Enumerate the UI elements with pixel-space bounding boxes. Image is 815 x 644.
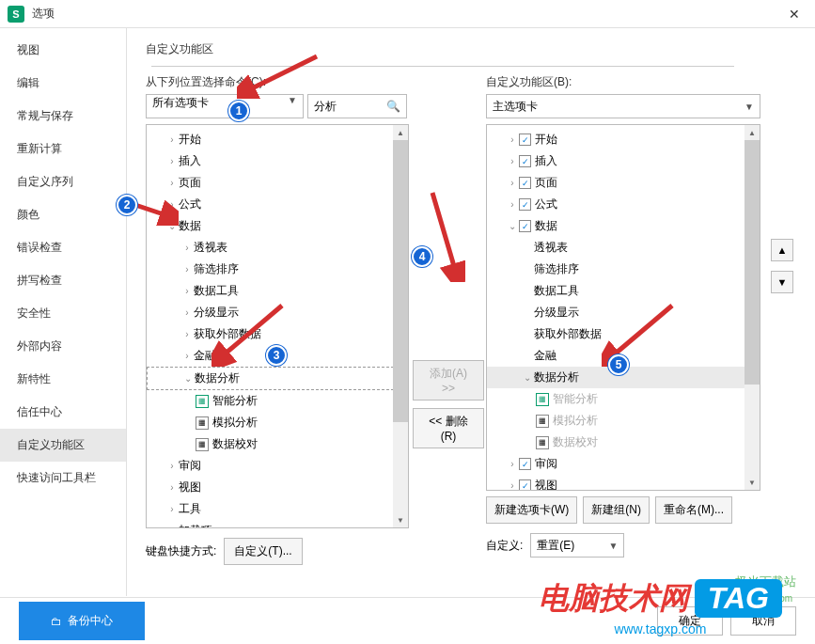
tree-item[interactable]: ▦数据校对: [147, 433, 408, 455]
add-button[interactable]: 添加(A) >>: [413, 360, 484, 401]
tree-item[interactable]: ›数据工具: [147, 280, 408, 302]
sidebar-item[interactable]: 快速访问工具栏: [0, 462, 126, 495]
leaf-icon: ▦: [196, 438, 209, 451]
tree-item[interactable]: ⌄数据: [147, 215, 408, 237]
remove-button[interactable]: << 删除(R): [413, 408, 484, 448]
tree-label: 视图: [179, 479, 201, 495]
tree-item[interactable]: ›视图: [147, 477, 408, 498]
sidebar-item[interactable]: 新特性: [0, 363, 126, 396]
tree-label: 视图: [535, 478, 557, 491]
checkbox[interactable]: ✓: [519, 479, 531, 491]
sidebar-item[interactable]: 编辑: [0, 67, 126, 100]
tree-item[interactable]: ›页面: [147, 172, 408, 194]
tree-item[interactable]: 数据工具: [487, 280, 760, 302]
checkbox[interactable]: ✓: [519, 134, 531, 146]
combo-value: 主选项卡: [493, 99, 538, 115]
tree-item[interactable]: ›✓开始: [487, 129, 760, 150]
annotation-arrow: [237, 52, 321, 99]
tree-item[interactable]: ›工具: [147, 498, 408, 520]
tree-item[interactable]: 透视表: [487, 237, 760, 259]
tree-item[interactable]: ›✓页面: [487, 172, 760, 194]
tree-item[interactable]: ›公式: [147, 194, 408, 215]
tree-item[interactable]: ▦模拟分析: [147, 412, 408, 433]
new-group-button[interactable]: 新建组(N): [583, 496, 650, 524]
tree-item[interactable]: ›筛选排序: [147, 259, 408, 280]
tree-item[interactable]: ›✓审阅: [487, 453, 760, 475]
sidebar-item[interactable]: 颜色: [0, 198, 126, 231]
checkbox[interactable]: ✓: [519, 458, 531, 470]
tree-label: 页面: [535, 175, 557, 191]
tree-item[interactable]: ▦智能分析: [147, 390, 408, 412]
scrollbar[interactable]: ▲ ▼: [744, 125, 760, 490]
search-box[interactable]: 🔍: [307, 94, 407, 118]
move-down-button[interactable]: ▼: [771, 271, 793, 293]
toggle-icon: ›: [180, 307, 194, 318]
leaf-icon: ▦: [196, 416, 209, 430]
tree-item[interactable]: ›审阅: [147, 455, 408, 477]
close-icon[interactable]: ✕: [781, 1, 807, 27]
main-area: 视图编辑常规与保存重新计算自定义序列颜色错误检查拼写检查安全性外部内容新特性信任…: [0, 28, 815, 596]
toggle-icon: ›: [506, 134, 519, 145]
tree-item[interactable]: ⌄数据分析: [147, 367, 408, 390]
svg-line-3: [432, 193, 456, 273]
toggle-icon: ›: [506, 459, 519, 469]
leaf-icon: ▦: [536, 436, 549, 449]
reset-combo[interactable]: 重置(E) ▼: [530, 533, 624, 558]
tree-item[interactable]: ▦智能分析: [487, 388, 760, 410]
sidebar-item[interactable]: 视图: [0, 34, 126, 67]
search-input[interactable]: [314, 100, 380, 113]
sidebar-item[interactable]: 自定义功能区: [0, 429, 126, 462]
tree-label: 公式: [535, 196, 557, 212]
tree-label: 审阅: [535, 456, 557, 472]
tree-label: 筛选排序: [194, 261, 239, 277]
rename-button[interactable]: 重命名(M)...: [655, 496, 732, 524]
tree-label: 加载项: [179, 523, 212, 528]
tree-item[interactable]: ›✓视图: [487, 475, 760, 491]
sidebar-item[interactable]: 常规与保存: [0, 100, 126, 133]
tree-item[interactable]: 筛选排序: [487, 259, 760, 280]
checkbox[interactable]: ✓: [519, 155, 531, 167]
move-up-button[interactable]: ▲: [771, 239, 793, 261]
tree-item[interactable]: ▦数据校对: [487, 432, 760, 453]
customize-shortcuts-button[interactable]: 自定义(T)...: [224, 538, 302, 565]
checkbox[interactable]: ✓: [519, 198, 531, 211]
tree-item[interactable]: ›开始: [147, 129, 408, 150]
combo-value: 所有选项卡: [152, 96, 209, 109]
checkbox[interactable]: ✓: [519, 177, 531, 189]
tree-item[interactable]: ›✓公式: [487, 194, 760, 215]
section-title: 自定义功能区: [146, 42, 213, 55]
callout-3: 3: [266, 345, 287, 366]
tree-item[interactable]: ▦模拟分析: [487, 410, 760, 432]
tree-item[interactable]: ›插入: [147, 150, 408, 172]
sidebar-item[interactable]: 安全性: [0, 297, 126, 330]
backup-center-button[interactable]: 🗀 备份中心: [19, 602, 145, 640]
toggle-icon: ›: [165, 461, 179, 471]
toggle-icon: ›: [165, 156, 179, 166]
scrollbar[interactable]: ▲ ▼: [393, 125, 408, 527]
tree-label: 数据分析: [534, 369, 579, 385]
toggle-icon: ›: [165, 526, 179, 528]
toggle-icon: ⌄: [521, 372, 534, 383]
checkbox[interactable]: ✓: [519, 220, 531, 232]
tree-label: 数据: [535, 218, 557, 234]
toggle-icon: ›: [506, 178, 519, 188]
tree-label: 智能分析: [553, 391, 598, 407]
tree-item[interactable]: ›加载项: [147, 520, 408, 528]
middle-column: 添加(A) >> << 删除(R): [411, 74, 486, 565]
sidebar-item[interactable]: 自定义序列: [0, 165, 126, 198]
ribbon-target-combo[interactable]: 主选项卡 ▼: [486, 94, 760, 118]
tree-label: 模拟分析: [553, 413, 598, 429]
toggle-icon: ⌄: [506, 221, 519, 231]
new-tab-button[interactable]: 新建选项卡(W): [486, 496, 577, 524]
sidebar-item[interactable]: 外部内容: [0, 330, 126, 363]
callout-1: 1: [228, 101, 249, 121]
sidebar-item[interactable]: 信任中心: [0, 396, 126, 429]
sidebar-item[interactable]: 拼写检查: [0, 264, 126, 297]
tree-item[interactable]: ›透视表: [147, 237, 408, 259]
tree-item[interactable]: ⌄✓数据: [487, 215, 760, 237]
tree-item[interactable]: ›✓插入: [487, 150, 760, 172]
sidebar: 视图编辑常规与保存重新计算自定义序列颜色错误检查拼写检查安全性外部内容新特性信任…: [0, 28, 127, 596]
sidebar-item[interactable]: 错误检查: [0, 231, 126, 264]
toggle-icon: ›: [165, 178, 179, 188]
sidebar-item[interactable]: 重新计算: [0, 133, 126, 165]
